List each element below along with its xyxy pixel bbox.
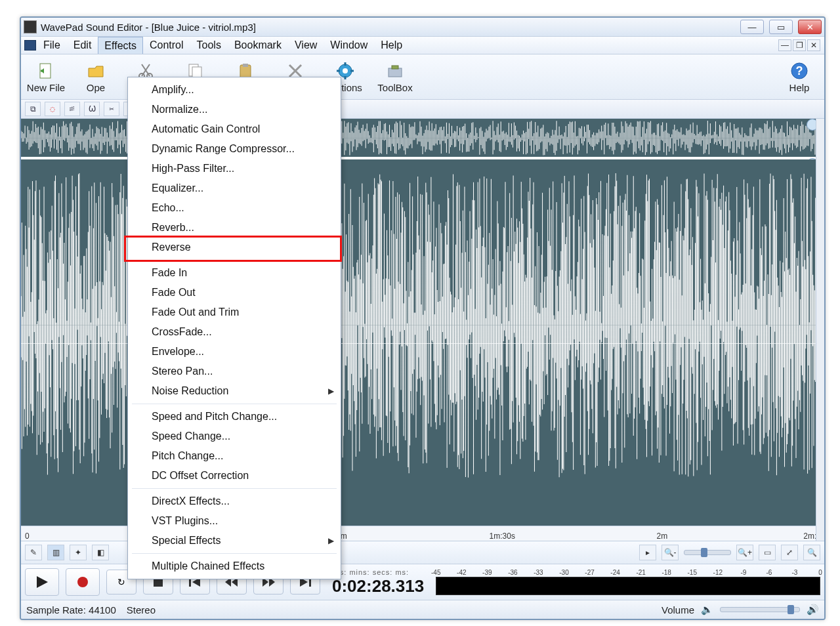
mute-icon[interactable]: 🔈	[701, 604, 713, 616]
menu-separator	[132, 260, 337, 261]
svg-point-23	[77, 577, 88, 587]
effects-item[interactable]: Fade Out	[128, 283, 341, 303]
system-menu-icon[interactable]	[24, 37, 37, 54]
meter-tick: -21	[636, 569, 645, 576]
ruler-tick: 0	[25, 532, 30, 541]
zoom-fit-icon[interactable]: ▭	[759, 545, 776, 560]
app-icon	[24, 20, 37, 33]
effects-item[interactable]: Echo...	[128, 198, 341, 218]
effects-item[interactable]: Normalize...	[128, 100, 341, 119]
effects-item[interactable]: Envelope...	[128, 342, 341, 362]
app-window: WavePad Sound Editor - [Blue Juice - vit…	[20, 16, 826, 620]
help-icon: ?	[789, 61, 809, 81]
effects-item[interactable]: High-Pass Filter...	[128, 159, 341, 178]
svg-marker-22	[37, 576, 48, 588]
meter-tick: -45	[431, 569, 440, 576]
menu-bar: FileEditEffectsControlToolsBookmarkViewW…	[21, 36, 824, 54]
timecode: hrs: mins: secs: ms: 0:02:28.313	[327, 567, 429, 598]
play-button[interactable]	[25, 568, 59, 596]
meter-tick: -3	[791, 569, 797, 576]
sample-rate: Sample Rate: 44100	[26, 604, 116, 616]
tool-icon[interactable]: Ѡ	[84, 102, 100, 116]
zoom-full-icon[interactable]: 🔍	[803, 545, 820, 560]
maximize-button[interactable]: ▭	[769, 20, 793, 34]
effects-menu-popup[interactable]: Amplify...Normalize...Automatic Gain Con…	[127, 77, 341, 579]
toolbox-button[interactable]: ToolBox	[375, 56, 415, 97]
minimize-button[interactable]: —	[740, 20, 764, 34]
effects-item[interactable]: Noise Reduction▶	[128, 381, 341, 401]
effects-item[interactable]: VST Plugins...	[128, 511, 341, 531]
mdi-close-button[interactable]: ✕	[807, 39, 820, 51]
effects-item[interactable]: Fade In	[128, 263, 341, 283]
help-button[interactable]: ? Help	[780, 56, 819, 97]
effects-item[interactable]: Amplify...	[128, 80, 341, 100]
cursor-tool-icon[interactable]: ✎	[25, 545, 42, 560]
mdi-minimize-button[interactable]: —	[778, 39, 791, 51]
timecode-label: hrs: mins: secs: ms:	[332, 568, 409, 576]
channels: Stereo	[127, 604, 156, 616]
meter-tick: -18	[662, 569, 671, 576]
meter-tick: 0	[818, 569, 822, 576]
tool-icon[interactable]: ◌	[45, 102, 60, 116]
close-button[interactable]: ✕	[798, 20, 822, 34]
menu-view[interactable]: View	[288, 37, 324, 54]
effects-item[interactable]: DC Offset Correction	[128, 466, 341, 486]
scrub-tool-icon[interactable]: ✦	[70, 545, 87, 560]
meter-bar	[436, 577, 820, 595]
record-button[interactable]	[66, 568, 100, 596]
open-icon	[86, 61, 106, 81]
ruler-tick: 2m	[657, 532, 668, 541]
menu-help[interactable]: Help	[374, 37, 409, 54]
effects-item[interactable]: CrossFade...	[128, 322, 341, 342]
submenu-arrow-icon: ▶	[328, 536, 334, 545]
ruler-tick: 1m:30s	[490, 532, 515, 541]
select-tool-icon[interactable]: ▥	[47, 545, 64, 560]
effects-item[interactable]: Speed and Pitch Change...	[128, 407, 341, 427]
mdi-restore-button[interactable]: ❐	[793, 39, 806, 51]
tool-cut-icon[interactable]: ✂	[104, 102, 119, 116]
menu-window[interactable]: Window	[324, 37, 374, 54]
tool-icon[interactable]: ꠵	[64, 102, 80, 116]
zoom-slider[interactable]	[684, 550, 731, 555]
menu-separator	[132, 404, 337, 404]
meter-tick: -6	[766, 569, 772, 576]
effects-item[interactable]: Reverse	[128, 238, 341, 257]
volume-label: Volume	[662, 604, 694, 616]
zoom-sel-icon[interactable]: ⤢	[781, 545, 798, 560]
play-small-icon[interactable]: ▸	[639, 545, 656, 560]
menu-file[interactable]: File	[37, 37, 67, 54]
menu-separator	[132, 488, 337, 489]
effects-item[interactable]: Special Effects▶	[128, 531, 341, 551]
tool-icon[interactable]: ◧	[92, 545, 109, 560]
open-button[interactable]: Ope	[76, 56, 116, 97]
effects-item[interactable]: Automatic Gain Control	[128, 119, 341, 139]
menu-control[interactable]: Control	[143, 37, 190, 54]
new-button[interactable]: New File	[26, 56, 66, 97]
effects-item[interactable]: Equalizer...	[128, 178, 341, 198]
menu-effects[interactable]: Effects	[98, 37, 143, 54]
zoom-in-icon[interactable]: 🔍+	[736, 545, 753, 560]
effects-item[interactable]: Reverb...	[128, 218, 341, 238]
title-bar: WavePad Sound Editor - [Blue Juice - vit…	[21, 18, 824, 36]
meter-tick: -15	[688, 569, 697, 576]
mdi-controls: — ❐ ✕	[778, 37, 822, 54]
svg-rect-19	[392, 66, 398, 69]
effects-item[interactable]: Stereo Pan...	[128, 362, 341, 381]
speaker-icon[interactable]: 🔊	[807, 604, 819, 616]
effects-item[interactable]: Fade Out and Trim	[128, 303, 341, 322]
effects-item[interactable]: Speed Change...	[128, 427, 341, 446]
effects-item[interactable]: Multiple Chained Effects	[128, 556, 341, 576]
tool-icon[interactable]: ⧉	[25, 102, 41, 116]
vertical-scrollbar[interactable]	[816, 119, 824, 541]
zoom-out-icon[interactable]: 🔍-	[662, 545, 679, 560]
volume-slider[interactable]	[720, 607, 800, 612]
effects-item[interactable]: Pitch Change...	[128, 446, 341, 466]
svg-point-13	[343, 68, 348, 73]
effects-item[interactable]: DirectX Effects...	[128, 491, 341, 511]
toolbox-icon	[385, 61, 405, 81]
menu-edit[interactable]: Edit	[67, 37, 98, 54]
menu-tools[interactable]: Tools	[190, 37, 228, 54]
effects-item[interactable]: Dynamic Range Compressor...	[128, 139, 341, 159]
svg-rect-18	[388, 68, 402, 77]
menu-bookmark[interactable]: Bookmark	[228, 37, 288, 54]
